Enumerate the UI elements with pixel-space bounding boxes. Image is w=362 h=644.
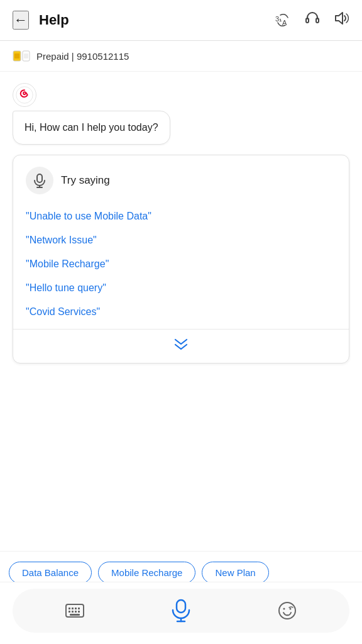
suggestions-card: Try saying "Unable to use Mobile Data" "… — [13, 155, 349, 364]
svg-rect-21 — [78, 611, 80, 613]
input-area — [13, 589, 349, 633]
svg-point-28 — [290, 608, 292, 610]
translate-icon[interactable]: 3₁ A — [274, 11, 292, 29]
top-bar: ← Help 3₁ A — [0, 0, 362, 41]
sim-icon — [13, 50, 30, 62]
bot-message: Hi, How can I help you today? — [13, 83, 349, 145]
bot-avatar — [13, 83, 36, 107]
back-button[interactable]: ← — [13, 11, 29, 30]
chip-data-balance[interactable]: Data Balance — [9, 562, 92, 584]
suggestion-item-4[interactable]: "Covid Services" — [26, 300, 336, 324]
show-more-button[interactable] — [13, 330, 349, 363]
svg-rect-22 — [70, 614, 80, 616]
chip-mobile-recharge[interactable]: Mobile Recharge — [98, 562, 195, 584]
suggestion-item-2[interactable]: "Mobile Recharge" — [26, 252, 336, 276]
headset-icon[interactable] — [304, 10, 321, 30]
chat-area: Hi, How can I help you today? Try saying… — [0, 72, 362, 370]
bot-bubble: Hi, How can I help you today? — [13, 111, 170, 145]
suggestion-item-3[interactable]: "Hello tune query" — [26, 276, 336, 300]
mic-main-button[interactable] — [168, 596, 194, 625]
sticker-button[interactable] — [275, 599, 299, 623]
suggestions-header: Try saying — [13, 155, 349, 202]
svg-marker-4 — [336, 13, 343, 24]
svg-rect-15 — [72, 608, 74, 609]
svg-rect-18 — [69, 611, 70, 613]
svg-rect-8 — [24, 53, 28, 58]
svg-rect-14 — [69, 608, 70, 609]
chevron-down-double-icon — [172, 338, 190, 354]
svg-point-26 — [279, 602, 295, 619]
suggestion-list: "Unable to use Mobile Data" "Network Iss… — [13, 202, 349, 329]
svg-point-27 — [283, 608, 285, 610]
svg-rect-17 — [78, 608, 80, 609]
top-icons: 3₁ A — [274, 10, 349, 30]
volume-icon[interactable] — [333, 10, 349, 30]
chip-new-plan[interactable]: New Plan — [202, 562, 268, 584]
svg-rect-20 — [75, 611, 77, 613]
bottom-bar — [0, 582, 362, 644]
svg-rect-10 — [37, 174, 42, 182]
account-label: Prepaid | 9910512115 — [36, 51, 129, 62]
mic-circle-icon — [26, 167, 53, 194]
svg-text:3₁: 3₁ — [275, 15, 282, 23]
svg-rect-16 — [75, 608, 77, 609]
svg-rect-19 — [72, 611, 74, 613]
try-saying-label: Try saying — [61, 174, 110, 187]
account-bar: Prepaid | 9910512115 — [0, 41, 362, 72]
svg-rect-6 — [14, 53, 19, 58]
suggestion-item-0[interactable]: "Unable to use Mobile Data" — [26, 204, 336, 228]
keyboard-button[interactable] — [63, 601, 87, 621]
suggestion-item-1[interactable]: "Network Issue" — [26, 228, 336, 252]
svg-rect-23 — [177, 600, 185, 613]
page-title: Help — [39, 12, 274, 28]
